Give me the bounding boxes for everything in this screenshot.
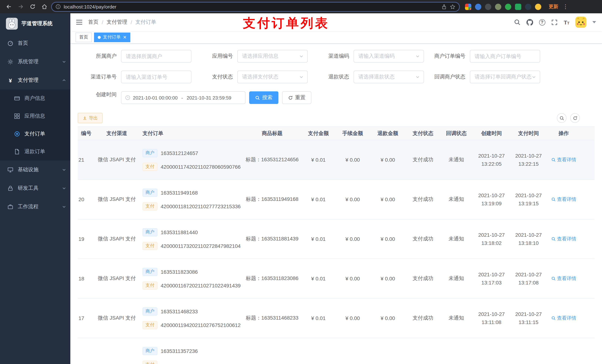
cell-status: 支付成功	[405, 140, 441, 180]
toggle-search-icon[interactable]	[557, 113, 567, 123]
cell-pay-time: 2021-10-2713:19:15	[511, 180, 546, 219]
cell-pay-time: 2021-10-2713:11:15	[511, 298, 546, 338]
app-logo-row[interactable]: 芋道管理系统	[0, 13, 70, 34]
cell-id: 20	[78, 180, 95, 219]
chevron-down-icon	[532, 75, 536, 79]
cell-title: 标题：1635311881439	[243, 219, 302, 259]
merchant-input[interactable]	[121, 50, 191, 62]
bookmark-star-icon[interactable]	[450, 4, 455, 10]
field-label: 创建时间	[78, 91, 121, 104]
extension-icon[interactable]	[515, 3, 521, 10]
field-label: 渠道编码	[310, 53, 354, 60]
cell-status: 支付成功	[405, 298, 441, 338]
url-bar[interactable]: localhost:1024/pay/order	[51, 2, 460, 12]
browser-menu-icon[interactable]: ⋮	[562, 3, 570, 10]
create-time-range-picker[interactable]: 2021-10-01 00:00:00 - 2021-10-31 23:59:5…	[121, 91, 246, 104]
table-row: 21 微信 JSAPI 支付 商户1635312124657 支付4200001…	[78, 140, 595, 180]
sidebar-item-label: 支付管理	[18, 77, 58, 83]
sidebar-item-app-info[interactable]: 应用信息	[0, 107, 70, 125]
search-icon[interactable]	[514, 19, 520, 26]
clock-icon	[125, 95, 130, 100]
extension-icon[interactable]	[535, 3, 541, 10]
cell-pay-order: 商户1635311823086 支付4200001167202110271022…	[139, 259, 243, 298]
sidebar-item-home[interactable]: 首页	[0, 34, 70, 52]
merchant-order-no-input[interactable]	[470, 50, 540, 62]
cell-fee: ¥ 0.00	[335, 298, 370, 338]
breadcrumb-item[interactable]: 支付管理	[107, 19, 127, 26]
fullscreen-icon[interactable]	[551, 19, 558, 26]
sidebar-item-pay-order[interactable]: 支付订单	[0, 125, 70, 143]
channel-code-select[interactable]: 请输入渠道编码	[354, 50, 424, 62]
cell-pay-time: 2021-10-2713:17:08	[511, 259, 546, 298]
filter-row: 渠道订单号 支付状态 请选择支付状态 退款状态 请选择退款状态	[78, 71, 595, 83]
extension-icon[interactable]	[525, 3, 531, 10]
sidebar-item-dev-tools[interactable]: 研发工具	[0, 179, 70, 198]
col-header-notify: 回调状态	[441, 127, 472, 140]
col-header-actions: 操作	[546, 127, 581, 140]
cell-pay-order: 商户1635312124657 支付4200001174202110278060…	[139, 140, 243, 180]
refund-status-select[interactable]: 请选择退款状态	[354, 71, 424, 83]
share-icon[interactable]	[441, 4, 447, 10]
avatar-caret-icon[interactable]	[592, 21, 596, 23]
callback-status-select[interactable]: 请选择订单回调商户状态	[470, 71, 540, 83]
extension-icon[interactable]	[475, 3, 481, 10]
github-icon[interactable]	[526, 19, 533, 26]
channel-order-no-input[interactable]	[121, 71, 191, 83]
reset-button[interactable]: 重置	[282, 91, 311, 104]
sidebar-item-merchant-info[interactable]: 商户信息	[0, 90, 70, 107]
hamburger-icon[interactable]	[70, 13, 88, 31]
cell-notify: 未通知	[441, 298, 472, 338]
cell-create-time: 2021-10-2713:19:09	[472, 180, 511, 219]
help-icon[interactable]: ?	[539, 19, 545, 25]
field-label: 退款状态	[310, 74, 354, 80]
refresh-icon[interactable]	[570, 113, 580, 123]
browser-forward-icon[interactable]	[16, 1, 26, 12]
cell-title: 标题：1635311949168	[243, 180, 302, 219]
cell-refund: ¥ 0.00	[370, 180, 405, 219]
close-icon[interactable]: ✕	[123, 35, 127, 39]
sidebar-item-refund-order[interactable]: 退款订单	[0, 143, 70, 161]
date-start: 2021-10-01 00:00:00	[133, 95, 178, 100]
pay-status-select[interactable]: 请选择支付状态	[237, 71, 308, 83]
breadcrumb-item[interactable]: 首页	[88, 19, 98, 26]
view-detail-link[interactable]: 查看详情	[551, 156, 576, 163]
sidebar-item-label: 应用信息	[24, 113, 66, 119]
tab-pay-order[interactable]: 支付订单 ✕	[94, 32, 130, 42]
browser-update-button[interactable]: 更新	[547, 3, 560, 10]
site-info-icon[interactable]	[55, 4, 61, 9]
sidebar-item-payment[interactable]: ¥ 支付管理	[0, 71, 70, 90]
col-header-amount: 支付金额	[302, 127, 335, 140]
filter-app-id: 应用编号 请选择应用信息	[194, 50, 310, 62]
view-detail-link[interactable]: 查看详情	[551, 275, 576, 282]
browser-home-icon[interactable]	[39, 1, 50, 12]
view-detail-link[interactable]: 查看详情	[551, 196, 576, 203]
sidebar-item-infra[interactable]: 基础设施	[0, 161, 70, 179]
view-detail-link[interactable]: 查看详情	[551, 236, 576, 242]
chevron-down-icon	[62, 187, 66, 190]
browser-back-icon[interactable]	[4, 1, 14, 12]
extension-icon[interactable]	[485, 3, 491, 10]
extension-icon[interactable]	[495, 3, 501, 10]
merchant-tag: 商户	[142, 228, 157, 236]
field-label: 商户订单编号	[427, 53, 470, 60]
browser-reload-icon[interactable]	[27, 1, 38, 12]
cell-pay-order: 商户1635311468233 支付4200001194202110276752…	[139, 298, 243, 338]
cell-notify: 未通知	[441, 140, 472, 180]
app-id-select[interactable]: 请选择应用信息	[237, 50, 308, 62]
search-button-label: 搜索	[262, 94, 272, 101]
breadcrumb-item-current: 支付订单	[136, 19, 156, 26]
export-button[interactable]: 导出	[78, 113, 103, 123]
user-avatar[interactable]	[575, 17, 586, 28]
sidebar-item-system[interactable]: 系统管理	[0, 52, 70, 71]
merchant-order-no: 1635311468233	[161, 308, 198, 314]
cell-refund: ¥ 0.00	[370, 140, 405, 180]
extension-icon[interactable]	[505, 3, 511, 10]
font-size-icon[interactable]: TT	[564, 19, 570, 25]
sidebar-item-label: 退款订单	[24, 148, 66, 155]
search-button[interactable]: 搜索	[249, 91, 279, 104]
tab-home[interactable]: 首页	[75, 32, 92, 42]
view-detail-link[interactable]: 查看详情	[551, 315, 576, 322]
sidebar-item-workflow[interactable]: 工作流程	[0, 198, 70, 216]
extension-icon[interactable]: 10	[465, 3, 471, 10]
pay-order-no: 4200001181202110277723215336	[161, 203, 241, 209]
